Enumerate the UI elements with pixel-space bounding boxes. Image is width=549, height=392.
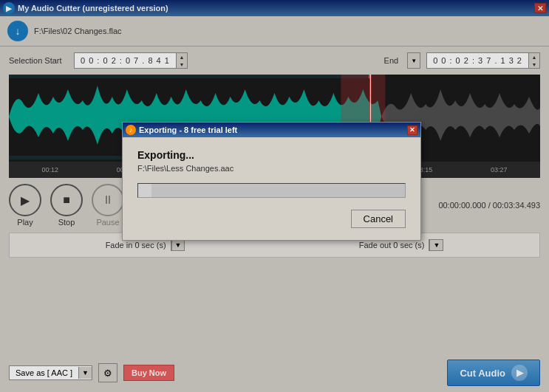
progress-bar-fill bbox=[138, 184, 151, 197]
modal-title: Exporting - 8 free trial left bbox=[139, 125, 237, 134]
modal-close-button[interactable]: ✕ bbox=[407, 125, 417, 135]
modal-buttons: Cancel bbox=[137, 210, 406, 228]
modal-title-bar: ♪ Exporting - 8 free trial left ✕ bbox=[123, 123, 420, 137]
modal-overlay: ♪ Exporting - 8 free trial left ✕ Export… bbox=[0, 0, 549, 392]
export-dialog: ♪ Exporting - 8 free trial left ✕ Export… bbox=[122, 122, 421, 241]
modal-body: Exporting... F:\Files\Less Changes.aac C… bbox=[123, 137, 420, 240]
export-heading: Exporting... bbox=[137, 149, 406, 161]
export-file: F:\Files\Less Changes.aac bbox=[137, 164, 406, 173]
progress-bar-bg bbox=[137, 183, 406, 198]
modal-cancel-button[interactable]: Cancel bbox=[351, 210, 406, 228]
modal-icon: ♪ bbox=[126, 125, 136, 135]
modal-title-left: ♪ Exporting - 8 free trial left bbox=[126, 125, 237, 135]
